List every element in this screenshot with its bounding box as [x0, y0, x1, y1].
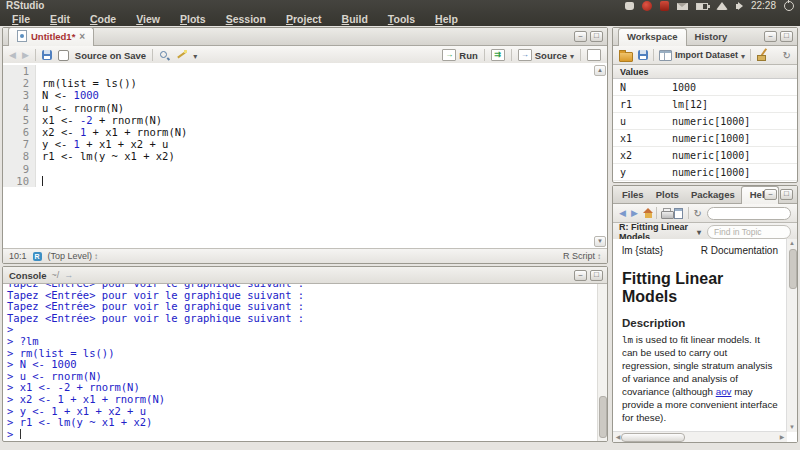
menu-item[interactable]: File: [2, 13, 40, 25]
source-button[interactable]: → Source: [518, 49, 574, 61]
help-minimize-icon[interactable]: [764, 189, 777, 200]
code-editor[interactable]: 1 2 rm(list = ls()) 3 N <- 1000 4 u <- r…: [3, 63, 607, 249]
help-forward-icon[interactable]: ▶: [631, 209, 638, 218]
help-vertical-scrollbar[interactable]: ▲ ▼: [786, 239, 797, 432]
description-paragraph: lm is used to fit linear models. It can …: [622, 334, 778, 424]
scope-selector[interactable]: (Top Level): [48, 251, 99, 261]
scroll-up-icon[interactable]: ▲: [787, 239, 797, 248]
code-text: x2 <- 1 + x1 + rnorm(N): [36, 126, 187, 138]
variable-value: 1000: [672, 82, 696, 93]
help-horizontal-scrollbar[interactable]: ◀ ▶: [613, 431, 787, 442]
line-number: 8: [3, 150, 36, 162]
tab-plots[interactable]: Plots: [650, 187, 685, 203]
toolbar-misc-icon[interactable]: [587, 49, 601, 61]
mail-icon[interactable]: [677, 3, 688, 10]
load-workspace-icon[interactable]: [619, 52, 633, 62]
variable-value: lm[12]: [672, 99, 708, 110]
console-pane: Console ~/ → Tapez <Entrée> pour voir le…: [2, 266, 608, 442]
import-dataset-icon: [659, 50, 672, 61]
minimize-pane-icon[interactable]: [574, 31, 587, 42]
code-tools-dropdown-icon[interactable]: [193, 50, 197, 61]
workspace-value-row[interactable]: y numeric[1000]: [613, 164, 797, 181]
indicator-applet-icon[interactable]: [625, 2, 634, 10]
file-type-selector[interactable]: R Script: [563, 251, 601, 261]
alert-indicator-icon[interactable]: [642, 1, 652, 11]
code-line: 7 y <- 1 + x1 + x2 + u: [3, 138, 607, 150]
workspace-value-row[interactable]: r1 lm[12]: [613, 96, 797, 113]
forward-icon[interactable]: ▶: [22, 51, 29, 60]
workspace-value-row[interactable]: u numeric[1000]: [613, 113, 797, 130]
workspace-toolbar: Import Dataset: [613, 46, 797, 65]
goto-directory-icon[interactable]: →: [64, 271, 73, 280]
import-dataset-button[interactable]: Import Dataset: [659, 50, 745, 61]
maximize-pane-icon[interactable]: [590, 31, 603, 42]
source-dropdown-icon: [570, 50, 574, 61]
workspace-value-row[interactable]: x2 numeric[1000]: [613, 147, 797, 164]
refresh-workspace-icon[interactable]: [783, 50, 791, 61]
tab-files[interactable]: Files: [616, 187, 650, 203]
console[interactable]: Tapez <Entrée> pour voir le graphique su…: [3, 284, 598, 441]
menu-item[interactable]: Project: [276, 13, 332, 25]
battery-icon[interactable]: [696, 3, 708, 10]
menu-item[interactable]: Tools: [378, 13, 425, 25]
menu-item[interactable]: Help: [425, 13, 468, 25]
volume-icon[interactable]: [736, 4, 739, 9]
menu-item[interactable]: Session: [216, 13, 276, 25]
back-icon[interactable]: ◀: [9, 51, 16, 60]
help-back-icon[interactable]: ◀: [619, 209, 626, 218]
workspace-minimize-icon[interactable]: [764, 31, 777, 42]
console-line: > N <- 1000: [7, 359, 598, 371]
tab-untitled1[interactable]: Untitled1*: [8, 27, 94, 46]
workspace-maximize-icon[interactable]: [780, 31, 793, 42]
console-scrollbar[interactable]: [597, 284, 607, 441]
scroll-down-icon[interactable]: ▼: [787, 423, 797, 432]
editor-scroll-up-icon[interactable]: ▲: [594, 65, 606, 76]
code-text: [36, 65, 42, 77]
workspace-value-row[interactable]: N 1000: [613, 79, 797, 96]
workspace-value-row[interactable]: x1 numeric[1000]: [613, 130, 797, 147]
console-maximize-icon[interactable]: [590, 270, 603, 281]
rerun-icon[interactable]: ⇉: [491, 49, 505, 61]
code-text: u <- rnorm(N): [36, 102, 124, 114]
help-document: lm {stats} R Documentation Fitting Linea…: [613, 239, 787, 432]
menu-item[interactable]: Edit: [40, 13, 80, 25]
help-maximize-icon[interactable]: [780, 189, 793, 200]
help-home-icon[interactable]: [643, 208, 651, 218]
open-in-new-window-icon[interactable]: [674, 208, 683, 219]
console-title: Console: [9, 270, 46, 281]
variable-name: r1: [613, 99, 672, 110]
save-icon[interactable]: [42, 50, 52, 60]
update-indicator-icon[interactable]: [660, 1, 669, 11]
run-button[interactable]: → Run: [442, 49, 477, 61]
menu-item[interactable]: Plots: [170, 13, 216, 25]
menu-item[interactable]: Build: [332, 13, 378, 25]
line-number: 9: [3, 163, 36, 175]
tab-packages[interactable]: Packages: [685, 187, 741, 203]
clock[interactable]: 22:28: [751, 1, 776, 11]
line-number: 1: [3, 65, 36, 77]
source-on-save-checkbox[interactable]: [58, 50, 69, 61]
variable-value: numeric[1000]: [672, 116, 750, 127]
help-search-input[interactable]: [707, 207, 791, 220]
save-workspace-icon[interactable]: [638, 50, 648, 60]
clear-workspace-icon[interactable]: [756, 49, 768, 61]
tab-history[interactable]: History: [687, 29, 736, 45]
help-hscroll-thumb[interactable]: [621, 433, 685, 442]
find-replace-icon[interactable]: [159, 50, 170, 61]
help-scroll-thumb[interactable]: [789, 249, 797, 289]
help-refresh-icon[interactable]: [694, 208, 702, 219]
console-scroll-thumb[interactable]: [599, 396, 607, 438]
menu-item[interactable]: View: [126, 13, 170, 25]
close-tab-icon[interactable]: [79, 31, 85, 42]
wifi-icon[interactable]: [716, 2, 728, 10]
find-in-topic-input[interactable]: [707, 225, 791, 239]
menu-item[interactable]: Code: [80, 13, 126, 25]
code-tools-icon[interactable]: [176, 50, 187, 61]
editor-scroll-down-icon[interactable]: ▼: [594, 236, 606, 247]
session-power-icon[interactable]: [784, 1, 794, 11]
tab-workspace[interactable]: Workspace: [618, 28, 687, 46]
scroll-right-icon[interactable]: ▶: [777, 432, 787, 442]
print-icon[interactable]: [661, 210, 669, 219]
source-tabbar: Untitled1*: [3, 28, 607, 46]
console-minimize-icon[interactable]: [574, 270, 587, 281]
